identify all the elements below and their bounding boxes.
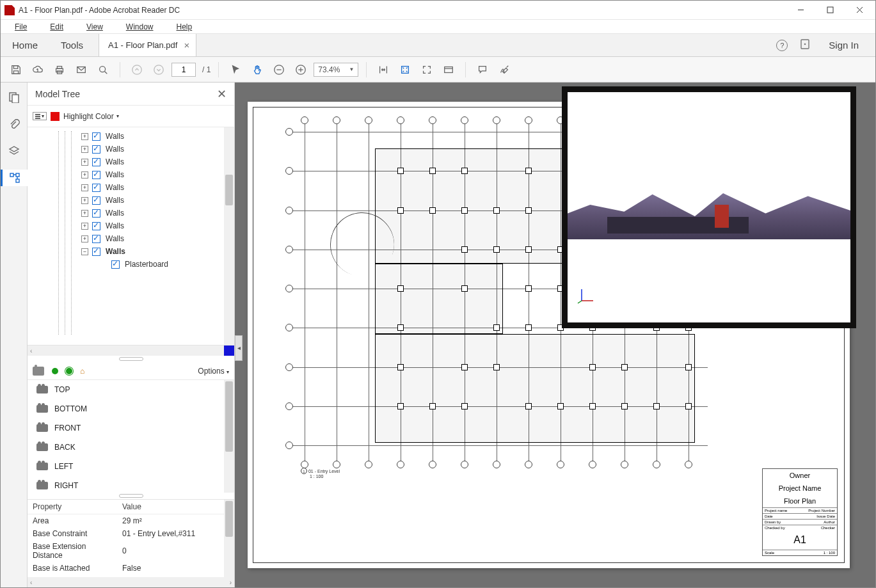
views-scrollbar[interactable] xyxy=(224,380,234,493)
menu-view[interactable]: View xyxy=(75,21,115,33)
checkbox-icon[interactable] xyxy=(92,209,100,218)
tree-toggle-icon[interactable]: + xyxy=(81,146,88,153)
view-snapshot-icon[interactable] xyxy=(33,367,44,376)
select-icon[interactable] xyxy=(227,61,244,79)
3d-preview-overlay[interactable] xyxy=(562,86,856,328)
checkbox-icon[interactable] xyxy=(92,184,100,192)
page-number-input[interactable] xyxy=(171,63,196,77)
layers-icon[interactable] xyxy=(6,143,22,159)
tab-close-icon[interactable]: × xyxy=(184,40,189,51)
props-hscroll[interactable]: ‹› xyxy=(28,577,234,587)
comment-icon[interactable] xyxy=(474,61,491,79)
menu-file[interactable]: File xyxy=(3,21,38,33)
chevron-down-icon[interactable]: ▾ xyxy=(116,113,119,119)
zoom-in-icon[interactable] xyxy=(292,61,310,79)
fit-width-icon[interactable] xyxy=(374,61,392,79)
fullscreen-icon[interactable] xyxy=(418,61,436,79)
view-item[interactable]: BACK xyxy=(28,438,234,457)
view-label: TOP xyxy=(54,385,70,394)
menu-help[interactable]: Help xyxy=(165,21,204,33)
checkbox-icon[interactable] xyxy=(92,132,100,141)
model-tree-icon[interactable] xyxy=(1,170,28,186)
checkbox-icon[interactable] xyxy=(92,196,100,205)
maximize-button[interactable] xyxy=(815,1,845,20)
tree-toggle-icon[interactable]: + xyxy=(81,235,88,242)
search-icon[interactable] xyxy=(94,61,112,79)
tree-display-icon[interactable]: ▾ xyxy=(33,112,47,120)
panel-close-icon[interactable]: ✕ xyxy=(217,87,227,101)
views-list[interactable]: TOPBOTTOMFRONTBACKLEFTRIGHT xyxy=(28,380,234,493)
checkbox-icon[interactable] xyxy=(92,145,100,154)
tree-view[interactable]: +Walls+Walls+Walls+Walls+Walls+Walls+Wal… xyxy=(28,127,234,346)
attachments-icon[interactable] xyxy=(6,116,22,132)
svg-rect-1 xyxy=(827,7,833,13)
cloud-icon[interactable] xyxy=(29,61,47,79)
highlight-swatch[interactable] xyxy=(51,112,60,121)
panel-header: Model Tree ✕ xyxy=(28,83,234,106)
minimize-button[interactable] xyxy=(786,1,815,20)
notification-icon[interactable] xyxy=(799,38,811,52)
print-icon[interactable] xyxy=(51,61,68,79)
tree-toggle-icon[interactable]: + xyxy=(81,184,88,191)
camera-icon xyxy=(36,386,48,393)
tree-toggle-icon[interactable]: + xyxy=(81,223,88,230)
checkbox-icon[interactable] xyxy=(111,260,120,269)
document-canvas[interactable]: ◂ Owner Project Name Floor Plan Project … xyxy=(235,83,875,587)
checkbox-icon[interactable] xyxy=(92,158,100,166)
tree-hscroll[interactable]: ‹ xyxy=(28,346,234,356)
prop-value: False xyxy=(117,562,234,575)
properties-table[interactable]: PropertyValue Area29 m²Base Constraint01… xyxy=(28,499,234,577)
view-item[interactable]: FRONT xyxy=(28,418,234,438)
sign-icon[interactable] xyxy=(495,61,513,79)
view-item[interactable]: RIGHT xyxy=(28,476,234,493)
tree-toggle-icon[interactable]: + xyxy=(81,159,88,166)
mail-icon[interactable] xyxy=(72,61,90,79)
sign-in-button[interactable]: Sign In xyxy=(822,40,865,51)
checkbox-icon[interactable] xyxy=(92,235,100,243)
splitter-1[interactable] xyxy=(28,356,234,362)
tree-scrollbar[interactable] xyxy=(224,127,234,345)
tab-home[interactable]: Home xyxy=(1,34,49,56)
menu-edit[interactable]: Edit xyxy=(38,21,75,33)
options-menu[interactable]: Options ▾ xyxy=(198,367,229,376)
menu-window[interactable]: Window xyxy=(115,21,165,33)
view-item[interactable]: BOTTOM xyxy=(28,399,234,418)
property-row[interactable]: Base Constraint01 - Entry Level,#311 xyxy=(28,527,234,540)
property-row[interactable]: Base Extension Distance0 xyxy=(28,540,234,562)
thumbnails-icon[interactable] xyxy=(6,89,22,106)
svg-point-14 xyxy=(132,65,141,74)
highlight-label[interactable]: Highlight Color xyxy=(63,112,114,121)
tab-tools[interactable]: Tools xyxy=(49,34,95,56)
tree-toggle-icon[interactable]: − xyxy=(81,248,88,255)
svg-rect-6 xyxy=(13,65,17,68)
hand-icon[interactable] xyxy=(248,61,266,79)
property-row[interactable]: Base Offset0 xyxy=(28,575,234,577)
collapse-panel-toggle[interactable]: ◂ xyxy=(235,335,243,361)
page-up-icon[interactable] xyxy=(128,61,146,79)
green-sphere-icon[interactable] xyxy=(52,368,58,374)
splitter-2[interactable] xyxy=(28,493,234,499)
view-item[interactable]: LEFT xyxy=(28,457,234,476)
green-sphere2-icon[interactable] xyxy=(66,368,72,374)
save-icon[interactable] xyxy=(7,61,25,79)
property-row[interactable]: Area29 m² xyxy=(28,514,234,528)
zoom-out-icon[interactable] xyxy=(270,61,288,79)
fit-page-icon[interactable] xyxy=(396,61,414,79)
page-down-icon[interactable] xyxy=(150,61,168,79)
props-scrollbar[interactable] xyxy=(224,500,234,577)
tree-toggle-icon[interactable]: + xyxy=(81,133,88,140)
tab-document[interactable]: A1 - Floor Plan.pdf × xyxy=(99,34,196,56)
zoom-level-select[interactable]: 73.4%▼ xyxy=(314,63,358,77)
view-item[interactable]: TOP xyxy=(28,380,234,399)
help-icon[interactable]: ? xyxy=(776,40,788,51)
property-row[interactable]: Base is AttachedFalse xyxy=(28,562,234,575)
close-button[interactable] xyxy=(845,1,874,20)
tree-toggle-icon[interactable]: + xyxy=(81,197,88,204)
checkbox-icon[interactable] xyxy=(92,222,100,230)
checkbox-icon[interactable] xyxy=(92,248,100,256)
read-mode-icon[interactable] xyxy=(440,61,458,79)
tree-toggle-icon[interactable]: + xyxy=(81,210,88,217)
home-icon[interactable]: ⌂ xyxy=(80,367,84,376)
checkbox-icon[interactable] xyxy=(92,171,100,179)
tree-toggle-icon[interactable]: + xyxy=(81,171,88,179)
